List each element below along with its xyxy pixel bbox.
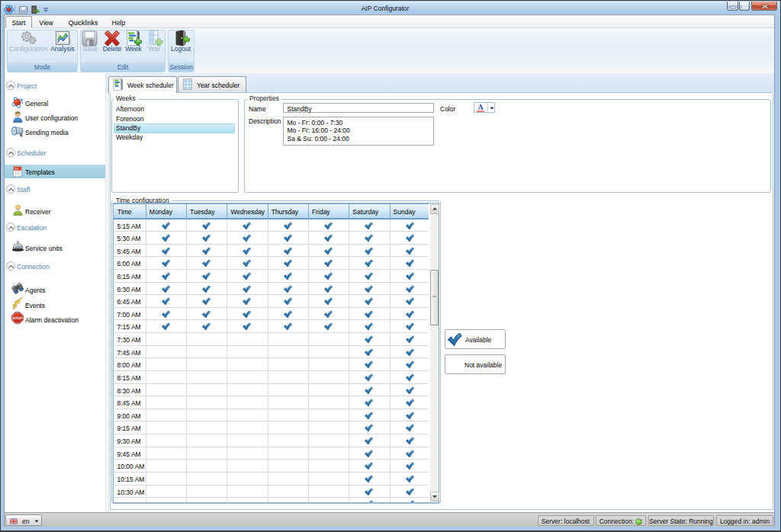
svg-text:12: 12 [14,168,18,171]
svg-text:STOP: STOP [13,316,22,320]
